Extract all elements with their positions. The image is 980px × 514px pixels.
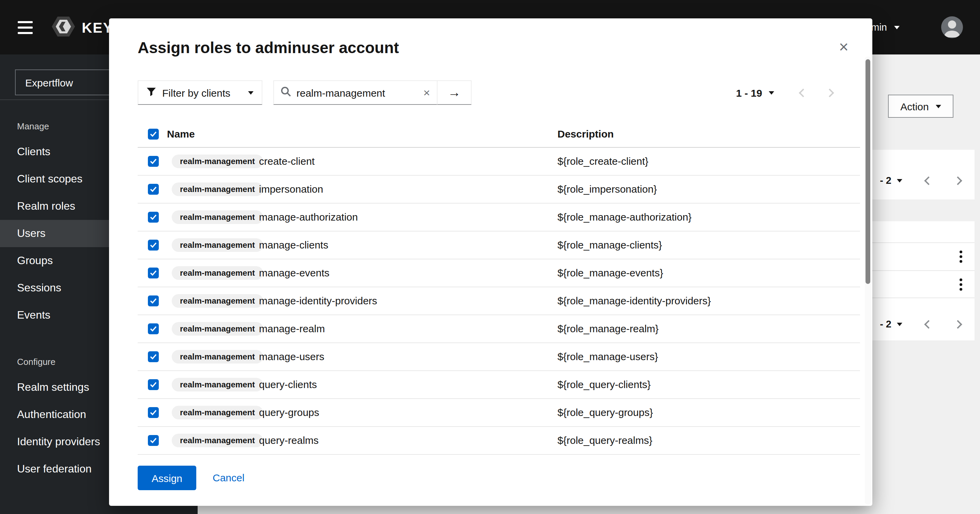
chevron-left-icon [799,88,808,97]
pagination-range[interactable]: - 2 [880,175,891,186]
filter-dropdown-label: Filter by clients [162,87,230,98]
roles-table-body: realm-management create-client ${role_cr… [109,148,872,455]
check-icon [150,438,157,443]
table-row: realm-management create-client ${role_cr… [138,148,860,176]
clear-search-icon[interactable]: × [423,87,430,98]
filter-by-clients-dropdown[interactable]: Filter by clients [138,80,262,105]
role-badge: realm-management [172,154,263,168]
kebab-menu-icon [953,278,969,291]
background-pagination-top: - 2 [880,175,961,186]
table-row: realm-management manage-users ${role_man… [138,343,860,371]
check-icon [150,326,157,332]
scrollbar-thumb[interactable] [865,59,870,284]
role-badge: realm-management [172,266,263,280]
role-name: manage-realm [259,323,325,334]
table-row: realm-management impersonation ${role_im… [138,176,860,203]
chevron-left-icon[interactable] [924,176,932,184]
role-description: ${role_query-groups} [557,406,653,418]
role-description: ${role_manage-identity-providers} [557,295,711,306]
check-icon [150,298,157,304]
role-badge: realm-management [172,378,263,392]
caret-down-icon [248,91,253,94]
row-checkbox-checked[interactable] [148,156,159,167]
next-page-button[interactable] [827,87,833,98]
check-icon [150,410,157,415]
row-checkbox-checked[interactable] [148,184,159,195]
row-actions-kebab[interactable] [953,276,969,293]
role-description: ${role_manage-realm} [557,323,659,334]
role-name: query-groups [259,406,319,418]
role-name: impersonation [259,183,323,195]
chevron-left-icon[interactable] [924,320,932,328]
table-row: realm-management query-realms ${role_que… [138,427,860,455]
column-header-name[interactable]: Name [167,128,195,140]
modal-scrollbar[interactable] [865,57,871,504]
role-description: ${role_manage-authorization} [557,211,692,223]
assign-button[interactable]: Assign [138,466,196,490]
prev-page-button[interactable] [800,87,807,98]
chevron-right-icon[interactable] [953,320,962,328]
select-all-checkbox[interactable] [148,128,159,140]
role-description: ${role_impersonation} [557,183,657,195]
role-badge: realm-management [172,294,263,308]
caret-down-icon [897,322,902,326]
check-icon [150,354,157,360]
check-icon [150,242,157,248]
role-name: manage-clients [259,239,328,251]
role-badge: realm-management [172,322,263,336]
caret-down-icon [936,105,941,108]
check-icon [150,270,157,276]
role-description: ${role_query-realms} [557,434,652,446]
role-name: manage-users [259,351,325,362]
role-description: ${role_manage-clients} [557,239,662,251]
role-description: ${role_create-client} [557,155,648,167]
avatar[interactable] [941,16,963,38]
caret-down-icon[interactable] [769,91,775,94]
pagination-range[interactable]: - 2 [880,319,891,330]
user-avatar-icon [941,16,963,38]
table-row: realm-management manage-identity-provide… [138,287,860,315]
close-icon[interactable]: × [833,36,854,58]
action-dropdown-button[interactable]: Action [888,95,953,118]
sidebar-toggle-button[interactable] [18,19,34,35]
search-submit-button[interactable]: → [437,80,472,105]
row-actions-kebab[interactable] [953,249,969,265]
role-description: ${role_manage-events} [557,267,663,278]
role-description: ${role_query-clients} [557,379,651,390]
chevron-right-icon[interactable] [953,176,962,184]
table-row: realm-management manage-clients ${role_m… [138,232,860,259]
chevron-right-icon [826,88,834,97]
modal-pagination: 1 - 19 [736,80,833,105]
role-name: query-realms [259,434,318,446]
role-badge: realm-management [172,182,263,196]
row-checkbox-checked[interactable] [148,212,159,223]
search-icon [281,86,291,99]
role-badge: realm-management [172,210,263,224]
role-badge: realm-management [172,238,263,252]
role-badge: realm-management [172,406,263,419]
pagination-range[interactable]: 1 - 19 [736,87,762,98]
role-name: query-clients [259,379,317,390]
role-description: ${role_manage-users} [557,351,658,362]
row-checkbox-checked[interactable] [148,351,159,362]
column-header-description[interactable]: Description [557,128,614,140]
row-checkbox-checked[interactable] [148,268,159,278]
row-checkbox-checked[interactable] [148,379,159,390]
row-checkbox-checked[interactable] [148,295,159,306]
row-checkbox-checked[interactable] [148,435,159,446]
role-name: manage-events [259,267,329,278]
table-row: realm-management manage-events ${role_ma… [138,259,860,287]
realm-name: Expertflow [25,76,73,88]
row-checkbox-checked[interactable] [148,407,159,418]
role-name: manage-authorization [259,211,358,223]
check-icon [150,132,157,137]
row-checkbox-checked[interactable] [148,324,159,334]
row-checkbox-checked[interactable] [148,240,159,251]
action-button-label: Action [900,100,929,112]
role-badge: realm-management [172,434,263,447]
search-input[interactable] [296,87,418,98]
role-name: create-client [259,155,315,167]
cancel-button[interactable]: Cancel [213,472,244,483]
check-icon [150,214,157,220]
table-row: realm-management manage-authorization ${… [138,203,860,232]
